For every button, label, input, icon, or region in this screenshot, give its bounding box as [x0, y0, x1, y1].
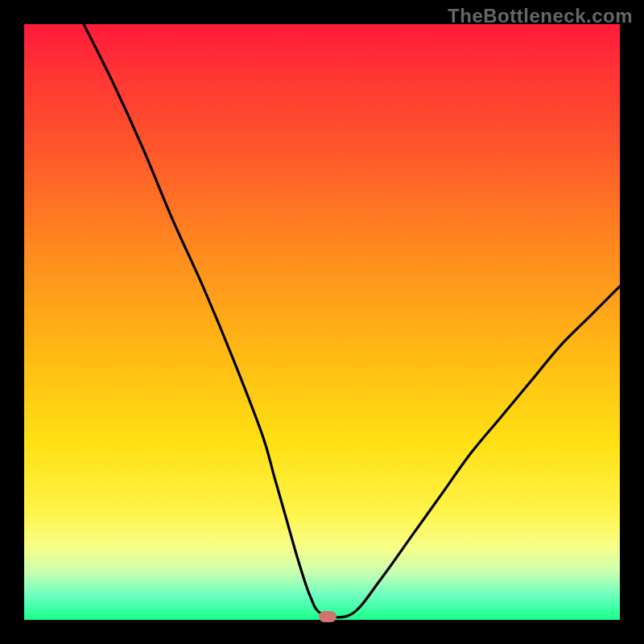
bottleneck-curve — [24, 24, 620, 620]
optimal-marker — [319, 611, 336, 622]
chart-frame: TheBottleneck.com — [0, 0, 644, 644]
watermark-text: TheBottleneck.com — [448, 5, 633, 27]
plot-area — [24, 24, 620, 620]
